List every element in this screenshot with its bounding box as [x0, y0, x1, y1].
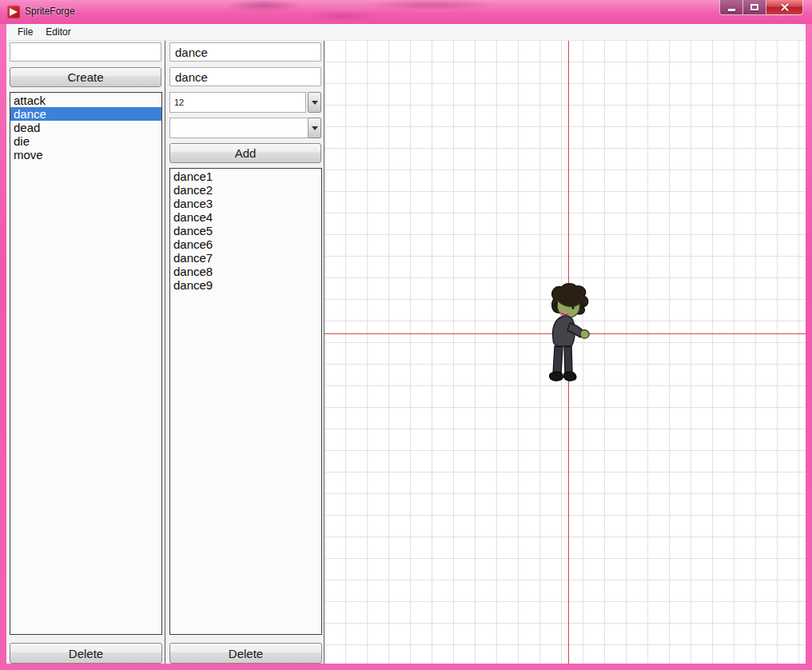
animation-title-input[interactable]	[169, 42, 321, 62]
animations-list[interactable]: attackdancedeaddiemove	[10, 92, 162, 635]
list-item[interactable]: dance5	[170, 224, 321, 237]
minimize-icon	[728, 9, 735, 11]
list-item[interactable]: die	[10, 134, 161, 148]
client-area: File Editor Create attackdancedeaddiemov…	[6, 24, 806, 664]
list-item[interactable]: dance3	[170, 197, 321, 210]
chevron-down-icon	[312, 126, 318, 130]
list-item[interactable]: dance7	[170, 251, 321, 265]
window-title: SpriteForge	[25, 6, 75, 17]
fps-dropdown-button[interactable]	[308, 92, 321, 113]
frame-name-input[interactable]	[169, 67, 321, 86]
menubar: File Editor	[6, 24, 806, 41]
list-item[interactable]: dance1	[170, 169, 321, 183]
add-frame-button[interactable]: Add	[169, 143, 321, 163]
titlebar[interactable]: SpriteForge	[0, 0, 812, 24]
list-item[interactable]: dance8	[170, 265, 321, 278]
list-item[interactable]: move	[10, 148, 161, 162]
list-item[interactable]: dead	[10, 121, 161, 134]
close-icon	[780, 2, 790, 12]
frame-combo-input[interactable]	[169, 118, 308, 138]
list-item[interactable]: dance9	[170, 278, 321, 292]
menu-editor[interactable]: Editor	[39, 24, 77, 40]
list-item[interactable]: attack	[10, 94, 161, 107]
app-window: SpriteForge File Editor Create attackdan…	[0, 0, 812, 670]
menu-file[interactable]: File	[11, 24, 39, 40]
close-button[interactable]	[766, 0, 803, 15]
list-item[interactable]: dance4	[170, 210, 321, 224]
create-button[interactable]: Create	[10, 67, 161, 87]
delete-frame-button[interactable]: Delete	[169, 643, 322, 664]
list-item[interactable]: dance2	[170, 183, 321, 197]
app-icon	[7, 6, 20, 18]
maximize-button[interactable]	[743, 0, 766, 15]
maximize-icon	[750, 4, 758, 10]
frame-combo	[169, 118, 321, 138]
zombie-sprite[interactable]	[546, 283, 592, 390]
minimize-button[interactable]	[719, 0, 743, 15]
window-controls	[719, 0, 803, 15]
main-content: Create attackdancedeaddiemove Delete Add	[6, 41, 806, 664]
sprite-canvas[interactable]	[324, 41, 806, 664]
delete-animation-button[interactable]: Delete	[10, 643, 162, 664]
chevron-down-icon	[312, 101, 318, 105]
frames-list[interactable]: dance1dance2dance3dance4dance5dance6danc…	[169, 168, 322, 635]
list-item[interactable]: dance6	[170, 237, 321, 251]
animation-name-input[interactable]	[10, 42, 161, 62]
fps-spinner	[169, 92, 321, 113]
frame-combo-dropdown-button[interactable]	[308, 118, 321, 138]
list-item[interactable]: dance	[10, 107, 161, 121]
fps-input[interactable]	[169, 92, 306, 113]
panel-divider-left	[165, 41, 165, 664]
